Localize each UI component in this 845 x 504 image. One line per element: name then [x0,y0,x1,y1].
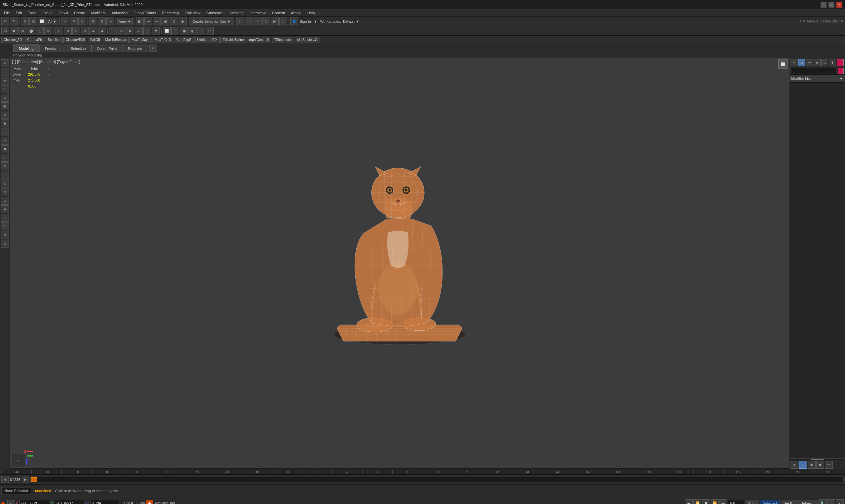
plugin-btn-editablespline[interactable]: EditableSpline [220,37,246,43]
left-btn-22[interactable]: ⊟ [1,240,9,248]
left-btn-10[interactable]: ⊷ [1,137,9,145]
render-btn-5[interactable]: ◫ [36,27,43,35]
left-btn-2[interactable]: ⊡ [1,68,9,76]
left-btn-19[interactable]: ◎ [1,214,9,222]
mod-tab-2[interactable]: ⬡ [799,461,807,469]
render-btn-6[interactable]: ⊞ [44,27,52,35]
object-color-picker[interactable] [838,68,844,74]
hierarchy-panel-btn[interactable]: ⊶ [806,59,813,66]
material-editor[interactable]: ⬡ [262,18,270,25]
tb2-btn-10[interactable]: ⊘ [81,27,89,35]
align-view[interactable]: ⊞ [170,18,178,25]
left-btn-18[interactable]: ✱ [1,205,9,213]
object-name-field[interactable] [791,68,837,74]
plugin-btn-maxtoc4d[interactable]: MaxToC4D [153,37,173,43]
timeline-left-btn[interactable]: ◀ [1,476,8,483]
modifier-list-area[interactable] [789,83,845,458]
left-btn-5[interactable]: ⊞ [1,94,9,102]
tab-options-btn[interactable]: ≡ [149,44,157,52]
current-frame-field[interactable]: 180 [728,500,744,504]
modeling-tab-populate[interactable]: Populate [122,44,147,52]
tb2-btn-17[interactable]: ◌ [143,27,151,35]
left-btn-7[interactable]: ◍ [1,111,9,119]
zoom-out-btn[interactable]: - [836,499,844,504]
plugin-btn-old-studio-v.2.[interactable]: old Studio v.2. [295,37,320,43]
select-by-name[interactable]: ☰ [29,18,37,25]
menu-item-scripting[interactable]: Scripting [227,10,246,16]
normal-align[interactable]: ▣ [161,18,170,25]
selected-key-btn[interactable]: Selected [760,500,780,504]
left-btn-13[interactable]: ⊠ [1,162,9,170]
tb2-btn-15[interactable]: ⊠ [126,27,134,35]
coord-type-btn[interactable]: X [7,500,14,504]
left-btn-21[interactable]: ⊕ [1,231,9,239]
menu-item-file[interactable]: File [1,10,13,16]
rect-select[interactable]: ⬜ [38,18,46,25]
maximize-button[interactable]: □ [828,2,834,7]
sign-in-icon[interactable]: 👤 [290,18,298,25]
plugin-btn-skinmorphfix[interactable]: SkinMorphFIX [194,37,219,43]
left-btn-17[interactable]: ⊘ [1,197,9,205]
menu-item-create[interactable]: Create [71,10,88,16]
render-btn-1[interactable]: ⬡ [1,27,9,35]
select-scale[interactable]: ⬡ [78,18,86,25]
left-btn-6[interactable]: ▣ [1,102,9,110]
quick-align[interactable]: ⊷ [153,18,161,25]
menu-item-edit[interactable]: Edit [13,10,25,16]
render-setup[interactable]: ▶ [271,18,279,25]
place-highlight[interactable]: ◑ [179,18,187,25]
mirror-button[interactable]: ◧ [136,18,144,25]
go-to-start-btn[interactable]: ⏮ [685,499,693,504]
plugin-btn-checker_3d[interactable]: Checker_3D [1,37,24,43]
menu-item-animation[interactable]: Animation [109,10,130,16]
tb2-btn-16[interactable]: ◎ [135,27,143,35]
auto-key-btn[interactable]: Auto [745,500,758,504]
tb2-btn-7[interactable]: ⊕ [55,27,63,35]
set-key-button[interactable]: Set K... [780,500,798,504]
render-btn-2[interactable]: ⬢ [10,27,18,35]
tb2-btn-8[interactable]: ⊗ [64,27,72,35]
left-btn-4[interactable]: ⬡ [1,85,9,93]
undo-button[interactable]: ↺ [1,18,9,25]
tb2-btn-14[interactable]: ⊟ [118,27,125,35]
plugin-btn-coronafix[interactable]: CoronaFix [25,37,45,43]
plugin-btn-tsinspector[interactable]: TSInspector [272,37,294,43]
menu-item-interactive[interactable]: Interactive [247,10,269,16]
menu-item-civil view[interactable]: Civil View [182,10,203,16]
minimize-button[interactable]: – [821,2,827,7]
render-btn-3[interactable]: ◍ [18,27,27,35]
tb2-btn-20[interactable]: ⬛ [171,27,179,35]
create-panel-btn[interactable]: + [791,59,797,66]
select-move[interactable]: ✛ [61,18,69,25]
left-btn-1[interactable]: ⊕ [1,59,9,67]
utilities-panel-btn[interactable]: ✱ [829,59,836,66]
mod-tab-3[interactable]: ◉ [808,461,816,469]
modeling-tab-selection[interactable]: Selection [65,44,91,52]
prev-frame-btn[interactable]: ⏪ [693,499,701,504]
create-selection-set[interactable]: Create Selection Set ▼ [190,18,234,25]
play-btn[interactable]: ⏸ [702,499,710,504]
select-rotate[interactable]: ↻ [70,18,77,25]
percent-snap[interactable]: % [106,18,114,25]
menu-item-tools[interactable]: Tools [25,10,39,16]
left-btn-11[interactable]: ⬢ [1,145,9,153]
plugin-btn-contexps[interactable]: ContExpS [174,37,194,43]
align-button[interactable]: ⊶ [144,18,152,25]
left-btn-14[interactable]: ◌ [1,171,9,179]
display-panel-btn[interactable]: ⬡ [821,59,828,66]
tb2-btn-19[interactable]: ⬜ [163,27,171,35]
menu-item-modifiers[interactable]: Modifiers [88,10,108,16]
filters-button[interactable]: Filters... [799,500,818,504]
mod-tab-5[interactable]: ✏ [825,461,833,469]
menu-item-help[interactable]: Help [305,10,318,16]
menu-item-group[interactable]: Group [40,10,55,16]
mod-tab-1[interactable]: ⊕ [791,461,798,469]
zoom-in-btn[interactable]: + [827,499,835,504]
left-btn-9[interactable]: ⊶ [1,128,9,136]
sign-in-label[interactable]: Sign In [299,19,311,23]
go-to-end-btn[interactable]: ⏭ [719,499,727,504]
next-frame-btn[interactable]: ⏩ [710,499,719,504]
snap-toggle[interactable]: ⊞ [89,18,97,25]
close-button[interactable]: ✕ [837,2,842,7]
tb2-btn-24[interactable]: ⊷ [206,27,214,35]
